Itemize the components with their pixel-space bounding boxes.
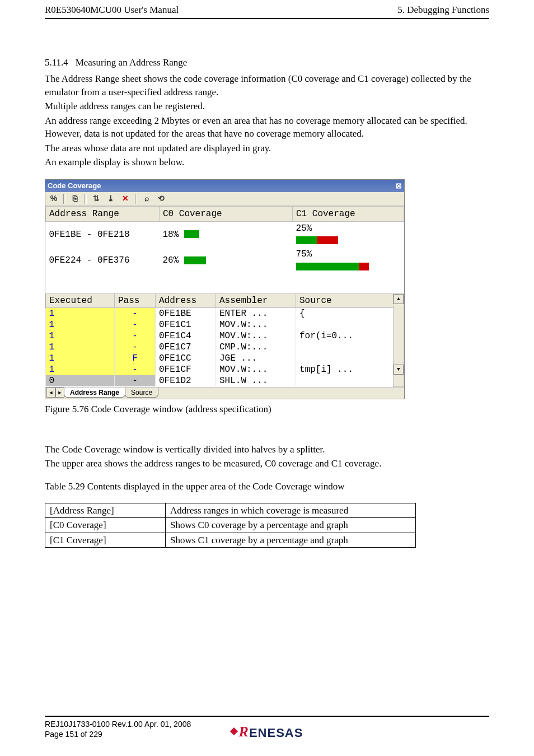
source-cell [296, 342, 394, 353]
table-row[interactable]: 1 - 0FE1C4 MOV.W:... for(i=0... [46, 330, 404, 342]
coverage-row[interactable]: 0FE224 - 0FE376 26% 75% [46, 248, 404, 273]
source-cell [296, 353, 394, 364]
c1-bar-green [296, 236, 317, 244]
assembler-cell: MOV.W:... [216, 319, 296, 330]
assembler-cell: MOV.W:... [216, 364, 296, 375]
renesas-logo: RENESAS [0, 724, 534, 740]
executed-cell: 1 [46, 342, 115, 353]
pass-cell: - [115, 375, 156, 386]
source-cell [296, 319, 394, 330]
executed-cell: 1 [46, 308, 115, 320]
tab-address-range[interactable]: Address Range [64, 388, 125, 398]
assembler-cell: ENTER ... [216, 308, 296, 320]
section-heading: 5.11.4 Measuring an Address Range [45, 56, 489, 69]
range-cell: 0FE1BE - 0FE218 [46, 221, 160, 248]
tab-strip: ◄ ► Address Range Source [45, 387, 404, 399]
pass-cell: - [115, 308, 156, 320]
header-rule [45, 18, 489, 19]
col-executed: Executed [46, 293, 115, 307]
tab-prev-icon[interactable]: ◄ [46, 388, 55, 398]
tab-source[interactable]: Source [125, 388, 158, 398]
logo-r-icon: R [239, 724, 249, 740]
desc-val: Shows C1 coverage by a percentage and gr… [166, 533, 416, 547]
table-row[interactable]: 1 - 0FE1C7 CMP.W:... [46, 342, 404, 353]
coverage-row[interactable]: 0FE1BE - 0FE218 18% 25% [46, 221, 404, 248]
source-cell: { [296, 308, 394, 320]
table-row[interactable]: 1 - 0FE1CF MOV.W:... tmp[i] ... [46, 364, 404, 375]
table-row: [Address Range] Address ranges in which … [45, 503, 416, 517]
executed-cell: 1 [46, 319, 115, 330]
desc-key: [C0 Coverage] [45, 518, 166, 533]
col-c1-coverage: C1 Coverage [293, 206, 404, 221]
scrollbar[interactable]: ▲ ▼ [394, 293, 404, 386]
tab-next-icon[interactable]: ► [55, 388, 64, 398]
intro-p3: An address range exceeding 2 Mbytes or e… [45, 114, 489, 141]
c1-cell: 75% [293, 248, 404, 273]
description-table: [Address Range] Address ranges in which … [45, 503, 416, 548]
address-cell: 0FE1C4 [156, 330, 216, 342]
address-cell: 0FE1BE [156, 308, 216, 320]
desc-key: [C1 Coverage] [45, 533, 166, 547]
address-cell: 0FE1C7 [156, 342, 216, 353]
source-cell [296, 375, 394, 386]
address-cell: 0FE1D2 [156, 375, 216, 386]
header-right: 5. Debugging Functions [397, 4, 489, 16]
assembler-cell: JGE ... [216, 353, 296, 364]
pass-cell: - [115, 330, 156, 342]
source-cell: for(i=0... [296, 330, 394, 342]
col-address: Address [156, 293, 216, 307]
scroll-up-icon[interactable]: ▲ [394, 294, 404, 304]
assembler-cell: CMP.W:... [216, 342, 296, 353]
close-icon[interactable]: ⊠ [396, 181, 402, 191]
address-cell: 0FE1CF [156, 364, 216, 375]
col-source: Source [296, 293, 394, 307]
pass-cell: - [115, 319, 156, 330]
col-c0-coverage: C0 Coverage [160, 206, 293, 221]
toolbar-icon-2[interactable]: ⇅ [91, 194, 101, 204]
toolbar: % ⎘ ⇅ ⤓ ✕ ⌕ ⟲ [45, 192, 404, 206]
window-title: Code Coverage [48, 181, 101, 191]
c0-label: 26% [163, 255, 179, 265]
toolbar-sep [135, 194, 137, 204]
intro-p5: An example display is shown below. [45, 156, 489, 169]
desc-val: Address ranges in which coverage is meas… [166, 503, 416, 517]
c0-cell: 18% [160, 221, 293, 248]
address-cell: 0FE1CC [156, 353, 216, 364]
c0-bar-green [184, 256, 206, 264]
figure-caption: Figure 5.76 Code Coverage window (addres… [45, 403, 489, 416]
footer-rule [45, 716, 489, 717]
table-row[interactable]: 1 - 0FE1BE ENTER ... { [46, 308, 404, 320]
table-caption: Table 5.29 Contents displayed in the upp… [45, 480, 489, 493]
scroll-down-icon[interactable]: ▼ [394, 365, 404, 375]
code-coverage-window: Code Coverage ⊠ % ⎘ ⇅ ⤓ ✕ ⌕ ⟲ Address Ra… [45, 179, 405, 399]
window-titlebar: Code Coverage ⊠ [45, 180, 404, 192]
percent-button[interactable]: % [49, 194, 59, 204]
executed-cell: 1 [46, 364, 115, 375]
section-number: 5.11.4 [45, 57, 68, 68]
intro-p1: The Address Range sheet shows the code c… [45, 72, 489, 99]
c0-bar-green [184, 230, 199, 238]
table-row[interactable]: 1 F 0FE1CC JGE ... [46, 353, 404, 364]
mid-p1: The Code Coverage window is vertically d… [45, 443, 489, 456]
table-row[interactable]: 1 - 0FE1C1 MOV.W:... [46, 319, 404, 330]
upper-spacer [46, 273, 404, 293]
range-cell: 0FE224 - 0FE376 [46, 248, 160, 273]
table-row[interactable]: 0 - 0FE1D2 SHL.W ... [46, 375, 404, 386]
table-row: [C1 Coverage] Shows C1 coverage by a per… [45, 533, 416, 547]
upper-coverage-table: Address Range C0 Coverage C1 Coverage 0F… [45, 206, 404, 293]
c1-bar-red [359, 263, 369, 270]
toolbar-sep [63, 194, 65, 204]
col-assembler: Assembler [216, 293, 296, 307]
desc-val: Shows C0 coverage by a percentage and gr… [166, 518, 416, 533]
toolbar-icon-4[interactable]: ✕ [120, 194, 130, 204]
assembler-cell: MOV.W:... [216, 330, 296, 342]
toolbar-icon-1[interactable]: ⎘ [70, 194, 80, 204]
executed-cell: 1 [46, 330, 115, 342]
c1-bar-green [296, 263, 359, 270]
c0-cell: 26% [160, 248, 293, 273]
source-cell: tmp[i] ... [296, 364, 394, 375]
toolbar-icon-6[interactable]: ⟲ [156, 194, 166, 204]
lower-code-table: Executed Pass Address Assembler Source ▲… [45, 293, 404, 387]
toolbar-icon-3[interactable]: ⤓ [106, 194, 116, 204]
toolbar-icon-5[interactable]: ⌕ [142, 194, 152, 204]
